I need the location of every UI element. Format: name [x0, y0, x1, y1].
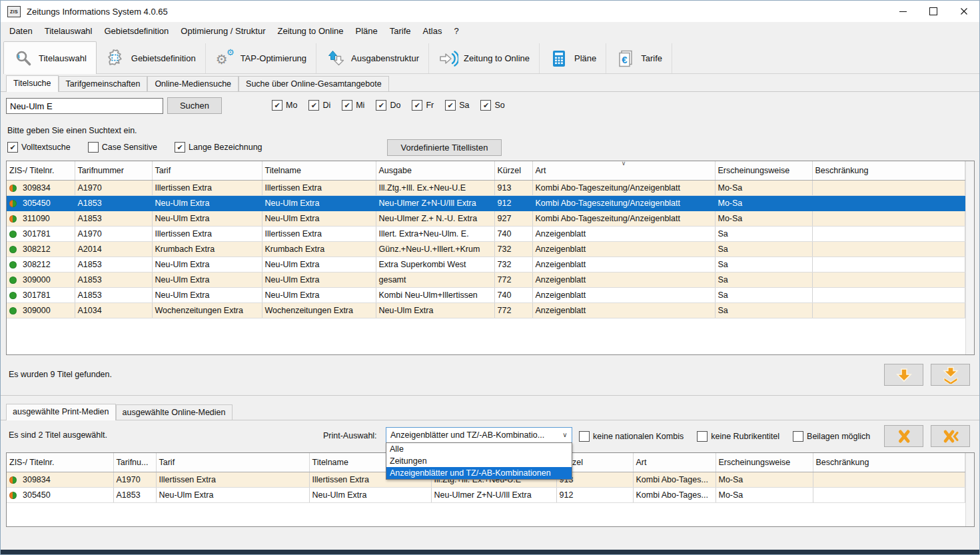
option-checkbox-volltextsuche[interactable]: ✔Volltextsuche	[7, 142, 71, 153]
day-checkbox-so[interactable]: ✔So	[480, 100, 504, 111]
table-row[interactable]: 305450A1853Neu-Ulm ExtraNeu-Ulm ExtraNeu…	[7, 488, 965, 503]
cell: Neu-Ulmer Z.+ N.-U. Extra	[376, 211, 494, 227]
remove-selected-title-button[interactable]	[884, 425, 923, 447]
tab-titelsuche[interactable]: Titelsuche	[6, 75, 59, 92]
cell: 309000	[7, 303, 75, 318]
option-checkbox-lange-bezeichnung[interactable]: ✔Lange Bezeichnung	[175, 142, 262, 153]
filter-checkboxes: keine nationalen Kombiskeine Rubrikentit…	[579, 431, 870, 442]
column-header-label: Titelname	[312, 458, 348, 467]
day-checkbox-mo[interactable]: ✔Mo	[272, 100, 297, 111]
filter-checkbox-beilagen-moeglich[interactable]: Beilagen möglich	[793, 431, 870, 442]
toolbar-button-ausgabenstruktur[interactable]: Ausgabenstruktur	[316, 43, 429, 73]
menu-item-optimierung-struktur[interactable]: Optimierung / Struktur	[175, 24, 271, 38]
column-header-zis-titelnr[interactable]: ZIS-/ Titelnr.	[7, 453, 113, 472]
menu-item-tarife[interactable]: Tarife	[384, 24, 417, 38]
day-checkbox-di[interactable]: ✔Di	[308, 100, 330, 111]
menu-item-gebietsdefinition[interactable]: Gebietsdefinition	[98, 24, 175, 38]
menu-item-titelauswahl[interactable]: Titelauswahl	[39, 24, 99, 38]
tab-tarifgemeinschaften[interactable]: Tarifgemeinschaften	[59, 76, 148, 91]
id-cell: 311090	[9, 214, 72, 223]
add-selected-title-button[interactable]	[884, 364, 923, 386]
close-button[interactable]	[949, 1, 979, 22]
table-row[interactable]: 305450A1853Neu-Ulm ExtraNeu-Ulm ExtraNeu…	[7, 196, 965, 211]
id-cell: 309834	[9, 475, 111, 484]
table-row[interactable]: 309834A1970Illertissen ExtraIllertissen …	[7, 181, 965, 196]
table-row[interactable]: 309000A1853Neu-Ulm ExtraNeu-Ulm Extrages…	[7, 273, 965, 288]
cell: Illertissen Extra	[152, 227, 262, 242]
tab-ausgewaehlte-online-medien[interactable]: ausgewählte Online-Medien	[116, 404, 233, 420]
cell: A1853	[75, 196, 152, 211]
menu-item-[interactable]: ?	[448, 24, 464, 38]
table-row[interactable]: 309000A1034Wochenzeitungen ExtraWochenze…	[7, 303, 965, 318]
checkbox-checked-icon: ✔	[376, 100, 386, 111]
vertical-scrollbar[interactable]	[965, 453, 975, 526]
menu-item-zeitung-to-online[interactable]: Zeitung to Online	[271, 24, 349, 38]
toolbar-button-zeitung-to-online[interactable]: Zeitung to Online	[429, 43, 540, 73]
option-checkbox-case-sensitive[interactable]: Case Sensitive	[88, 142, 157, 153]
cell: Kombi Abo-Tages...	[633, 472, 716, 488]
column-header-zis-titelnr[interactable]: ZIS-/ Titelnr.	[7, 161, 75, 181]
chevron-down-icon: ∨	[558, 428, 572, 442]
toolbar-button-gebietsdefinition[interactable]: Gebietsdefinition	[97, 43, 206, 73]
dropdown-option-zeitungen[interactable]: Zeitungen	[386, 455, 572, 467]
day-checkbox-do[interactable]: ✔Do	[376, 100, 400, 111]
table-row[interactable]: 301781A1853Neu-Ulm ExtraNeu-Ulm ExtraKom…	[7, 288, 965, 303]
search-input[interactable]	[6, 98, 163, 114]
day-checkbox-sa[interactable]: ✔Sa	[445, 100, 469, 111]
checkbox-label: Case Sensitive	[102, 143, 157, 152]
column-header-tarif[interactable]: Tarif	[152, 161, 262, 181]
column-header-kuerzel[interactable]: Kürzel	[494, 161, 532, 181]
toolbar-button-label: Ausgabenstruktur	[351, 53, 419, 63]
dropdown-option-alle[interactable]: Alle	[386, 443, 572, 455]
table-row[interactable]: 301781A1970Illertissen ExtraIllertissen …	[7, 227, 965, 242]
toolbar-button-label: Titelauswahl	[39, 53, 87, 63]
column-header-tarifnummer[interactable]: Tarifnummer	[75, 161, 152, 181]
filter-checkbox-keine-nationalen-kombis[interactable]: keine nationalen Kombis	[579, 431, 684, 442]
predefined-title-lists-button[interactable]: Vordefinierte Titellisten	[387, 139, 502, 156]
toolbar-button-titelauswahl[interactable]: Titelauswahl	[3, 41, 97, 74]
table-row[interactable]: 311090A1853Neu-Ulm ExtraNeu-Ulm ExtraNeu…	[7, 211, 965, 227]
cell	[812, 196, 965, 211]
cell: Sa	[715, 257, 812, 273]
filter-checkbox-keine-rubrikentitel[interactable]: keine Rubrikentitel	[697, 431, 779, 442]
menu-item-daten[interactable]: Daten	[3, 24, 39, 38]
day-checkbox-mi[interactable]: ✔Mi	[342, 100, 364, 111]
column-header-art[interactable]: ∨Art	[532, 161, 715, 181]
cell: 772	[494, 273, 532, 288]
tab-ausgewaehlte-print-medien[interactable]: ausgewählte Print-Medien	[6, 404, 116, 420]
tab-suche-ueber-online-gesamtangebote[interactable]: Suche über Online-Gesamtangebote	[239, 76, 389, 91]
menu-item-plaene[interactable]: Pläne	[350, 24, 384, 38]
zis-number: 305450	[23, 490, 51, 500]
remove-all-titles-button[interactable]	[931, 425, 970, 447]
table-row[interactable]: 308212A1853Neu-Ulm ExtraNeu-Ulm ExtraExt…	[7, 257, 965, 273]
add-all-titles-button[interactable]	[931, 364, 970, 386]
tab-online-mediensuche[interactable]: Online-Mediensuche	[147, 76, 239, 91]
vertical-scrollbar[interactable]	[965, 161, 975, 354]
id-cell: 301781	[9, 229, 72, 239]
checkbox-checked-icon: ✔	[480, 100, 491, 111]
table-row[interactable]: 308212A2014Krumbach ExtraKrumbach ExtraG…	[7, 242, 965, 257]
day-checkbox-fr[interactable]: ✔Fr	[412, 100, 434, 111]
print-select-combobox[interactable]: Anzeigenblätter und TZ/-AB-Kombinatio...…	[386, 427, 572, 443]
maximize-button[interactable]	[918, 1, 949, 22]
minimize-button[interactable]	[887, 1, 918, 22]
search-button[interactable]: Suchen	[167, 97, 222, 114]
zis-number: 308212	[23, 260, 51, 269]
column-header-titelname[interactable]: Titelname	[262, 161, 376, 181]
column-header-erscheinungsweise[interactable]: Erscheinungsweise	[715, 161, 812, 181]
toolbar-button-tarife[interactable]: €Tarife	[606, 43, 672, 73]
checkbox-label: Do	[390, 101, 400, 110]
menu-item-atlas[interactable]: Atlas	[417, 24, 448, 38]
column-header-label: Art	[536, 166, 546, 175]
column-header-tarif[interactable]: Tarif	[156, 453, 309, 472]
checkbox-unchecked-icon	[793, 431, 803, 442]
column-header-erscheinungsweise[interactable]: Erscheinungsweise	[716, 453, 813, 472]
dropdown-option-anzeigenblaetter-und-tz-ab-kombinationen[interactable]: Anzeigenblätter und TZ/-AB-Kombinationen	[386, 467, 572, 479]
toolbar-button-tap-optimierung[interactable]: ⚙⚙TAP-Optimierung	[206, 43, 316, 73]
column-header-tarifnu[interactable]: Tarifnu...	[113, 453, 156, 472]
column-header-beschraenkung[interactable]: Beschränkung	[812, 161, 965, 181]
toolbar-button-plaene[interactable]: Pläne	[540, 43, 606, 73]
column-header-art[interactable]: Art	[633, 453, 716, 472]
column-header-beschraenkung[interactable]: Beschränkung	[813, 453, 965, 472]
column-header-ausgabe[interactable]: Ausgabe	[376, 161, 494, 181]
